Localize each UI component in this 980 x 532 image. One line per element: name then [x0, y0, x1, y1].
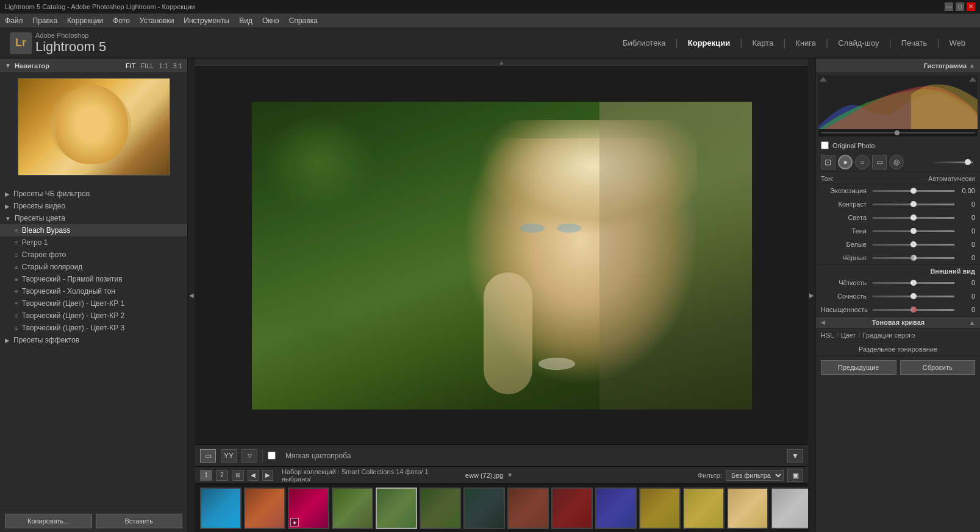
toolbar-arrow-btn[interactable]: ▼ [787, 449, 803, 463]
yz-btn1[interactable]: YY [221, 449, 237, 463]
reset-button[interactable]: Сбросить [900, 360, 976, 375]
blacks-thumb[interactable] [910, 255, 917, 261]
filter-select[interactable]: Без фильтра [726, 470, 784, 481]
preset-bleach-bypass[interactable]: ≡ Bleach Bypass [0, 224, 187, 236]
filmstrip-thumb-12[interactable] [683, 488, 724, 529]
tab-slideshow[interactable]: Слайд-шоу [833, 36, 884, 50]
hsl-label[interactable]: HSL [821, 332, 834, 339]
nav-fit-btn[interactable]: FIT [126, 62, 136, 69]
menu-settings[interactable]: Установки [140, 16, 174, 25]
menu-file[interactable]: Файл [5, 16, 23, 25]
filmstrip-thumb-2[interactable] [244, 488, 285, 529]
tab-book[interactable]: Книга [790, 36, 821, 50]
copy-button[interactable]: Копировать... [5, 514, 92, 528]
prev-button[interactable]: Предыдущие [821, 360, 896, 375]
tab-map[interactable]: Карта [747, 36, 778, 50]
gray-label[interactable]: Градации серого [863, 332, 915, 339]
preset-group-bw[interactable]: ▶ Пресеты ЧБ фильтров [0, 188, 187, 200]
filmstrip-thumb-8[interactable] [507, 488, 549, 529]
paste-button[interactable]: Вставить [96, 514, 183, 528]
active-file[interactable]: eww (72).jpg [465, 472, 503, 479]
right-collapse-btn[interactable]: ▶ [808, 59, 815, 532]
menu-window[interactable]: Окно [262, 16, 279, 25]
minimize-button[interactable]: — [945, 2, 953, 11]
redeye-tool[interactable]: ○ [855, 155, 870, 169]
filmstrip-thumb-3[interactable]: ◈ [288, 488, 329, 529]
crop-tool[interactable]: ⊡ [821, 155, 835, 169]
navigator-toggle-icon[interactable]: ▼ [5, 62, 11, 69]
spot-heal-tool[interactable]: ● [838, 155, 853, 169]
gradient-tool[interactable]: ▭ [872, 155, 887, 169]
filmstrip-thumb-6[interactable] [420, 488, 461, 529]
histogram-toggle[interactable]: ▲ [969, 62, 975, 69]
menu-corrections[interactable]: Коррекции [67, 16, 103, 25]
filmstrip-thumb-13[interactable] [727, 488, 768, 529]
menu-photo[interactable]: Фото [113, 16, 130, 25]
page-2-btn[interactable]: 2 [216, 470, 228, 481]
nav-3to1-btn[interactable]: 3:1 [173, 62, 182, 69]
center-top-arrow[interactable]: ▲ [195, 59, 808, 67]
menu-view[interactable]: Вид [239, 16, 252, 25]
clarity-thumb[interactable] [910, 280, 917, 286]
filmstrip-thumb-1[interactable] [200, 488, 241, 529]
filmstrip-thumb-14[interactable] [771, 488, 808, 529]
tone-curve-section[interactable]: ◀ Тоновая кривая ▲ [816, 316, 980, 328]
close-button[interactable]: ✕ [967, 2, 975, 11]
soft-proof-label[interactable]: Мягкая цветопроба [285, 452, 351, 460]
page-1-btn[interactable]: 1 [200, 470, 212, 481]
tab-corrections[interactable]: Коррекции [683, 36, 735, 50]
preset-color-cr1[interactable]: ≡ Творческий (Цвет) - Цвет-КР 1 [0, 297, 187, 310]
preset-group-video[interactable]: ▶ Пресеты видео [0, 200, 187, 212]
grid-view-btn[interactable]: ⊞ [232, 470, 244, 481]
tab-library[interactable]: Библиотека [618, 36, 671, 50]
nav-next-btn[interactable]: ▶ [262, 470, 273, 481]
preset-group-color[interactable]: ▼ Пресеты цвета [0, 212, 187, 224]
view-mode-btn[interactable]: ▭ [200, 449, 216, 463]
nav-fill-btn[interactable]: FILL [140, 62, 154, 69]
yz-btn2[interactable]: ▽ [241, 449, 257, 463]
filmstrip-thumb-4[interactable] [332, 488, 373, 529]
preset-retro1[interactable]: ≡ Ретро 1 [0, 236, 187, 249]
menu-tools[interactable]: Инструменты [184, 16, 229, 25]
exposure-thumb-main[interactable] [910, 188, 917, 194]
exposure-mini-slider [931, 161, 975, 163]
preset-color-cr2[interactable]: ≡ Творческий (Цвет) - Цвет-КР 2 [0, 310, 187, 322]
filmstrip-thumb-11[interactable] [639, 488, 681, 529]
exposure-thumb[interactable] [965, 159, 971, 165]
menu-help[interactable]: Справка [289, 16, 318, 25]
preset-old-photo[interactable]: ≡ Старое фото [0, 249, 187, 261]
split-tone-section[interactable]: Раздельное тонирование [816, 342, 980, 356]
saturation-thumb[interactable] [910, 307, 917, 313]
filmstrip-expand-btn[interactable]: ▣ [787, 469, 803, 482]
maximize-button[interactable]: □ [956, 2, 964, 11]
radial-tool[interactable]: ◎ [889, 155, 904, 169]
filmstrip-thumb-9[interactable] [551, 488, 593, 529]
preset-color-cr3[interactable]: ≡ Творческий (Цвет) - Цвет-КР 3 [0, 322, 187, 334]
nav-prev-btn[interactable]: ◀ [248, 470, 259, 481]
histogram-slider-thumb[interactable] [895, 130, 900, 135]
auto-btn[interactable]: Автоматически [928, 175, 975, 182]
color-label[interactable]: Цвет [841, 332, 856, 339]
menu-edit[interactable]: Правка [33, 16, 58, 25]
titlebar-controls[interactable]: — □ ✕ [945, 2, 975, 11]
tab-print[interactable]: Печать [896, 36, 932, 50]
shadows-thumb[interactable] [910, 228, 917, 234]
preset-group-effects[interactable]: ▶ Пресеты эффектов [0, 334, 187, 346]
filmstrip-thumb-7[interactable] [463, 488, 505, 529]
preset-creative-positive[interactable]: ≡ Творческий - Прямой позитив [0, 273, 187, 285]
tab-web[interactable]: Web [945, 36, 971, 50]
left-collapse-btn[interactable]: ◀ [188, 59, 195, 532]
nav-1to1-btn[interactable]: 1:1 [159, 62, 168, 69]
active-file-arrow[interactable]: ▼ [507, 472, 513, 478]
filmstrip-thumb-10[interactable] [595, 488, 637, 529]
preset-polaroid[interactable]: ≡ Старый поляроид [0, 261, 187, 273]
tone-curve-toggle: ▲ [969, 319, 975, 326]
whites-thumb[interactable] [910, 241, 917, 247]
contrast-thumb[interactable] [910, 201, 917, 207]
original-photo-checkbox[interactable] [821, 141, 829, 149]
soft-proof-checkbox[interactable] [268, 452, 276, 459]
filmstrip-thumb-5[interactable] [376, 488, 417, 529]
vibrance-thumb[interactable] [910, 293, 917, 299]
preset-creative-cool[interactable]: ≡ Творческий - Холодный тон [0, 285, 187, 297]
highlights-thumb[interactable] [910, 215, 917, 221]
